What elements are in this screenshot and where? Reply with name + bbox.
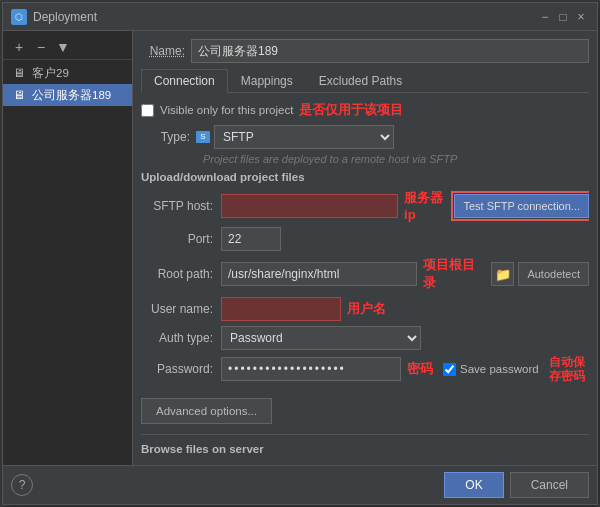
sidebar-item-client29[interactable]: 🖥 客户29 [3, 62, 132, 84]
root-path-row: Root path: 项目根目录 📁 Autodetect [141, 256, 589, 292]
root-path-label: Root path: [141, 267, 221, 281]
type-select[interactable]: SFTP FTP FTPS [214, 125, 394, 149]
cancel-button[interactable]: Cancel [510, 472, 589, 498]
tabs: Connection Mappings Excluded Paths [141, 69, 589, 93]
port-input[interactable] [221, 227, 281, 251]
remove-server-button[interactable]: − [31, 37, 51, 57]
browse-section-title: Browse files on server [141, 443, 589, 455]
sidebar-item-label: 客户29 [32, 66, 69, 81]
password-row: Password: 密码 Save password 自动保存密码 [141, 355, 589, 384]
form-area: Visible only for this project 是否仅用于该项目 T… [141, 101, 589, 457]
password-label: Password: [141, 362, 221, 376]
sftp-host-label: SFTP host: [141, 199, 221, 213]
visible-only-annotation: 是否仅用于该项目 [299, 101, 403, 119]
close-button[interactable]: × [573, 9, 589, 25]
root-path-input[interactable] [221, 262, 417, 286]
add-server-button[interactable]: + [9, 37, 29, 57]
window-title: Deployment [33, 10, 537, 24]
type-label: Type: [141, 130, 196, 144]
sftp-icon: S [196, 131, 210, 143]
deployment-window: ⬡ Deployment − □ × + − ▼ 🖥 客户29 🖥 公司服务器1… [2, 2, 598, 505]
name-label: Name: [141, 44, 191, 58]
bottom-bar: ? OK Cancel [3, 465, 597, 504]
minimize-button[interactable]: − [537, 9, 553, 25]
tab-connection[interactable]: Connection [141, 69, 228, 93]
port-row: Port: [141, 227, 589, 251]
window-controls: − □ × [537, 9, 589, 25]
main-content: + − ▼ 🖥 客户29 🖥 公司服务器189 Name: Connecti [3, 31, 597, 465]
user-name-row: User name: 用户名 [141, 297, 589, 321]
root-path-annotation: 项目根目录 [423, 256, 487, 292]
tab-mappings[interactable]: Mappings [228, 69, 306, 93]
help-button[interactable]: ? [11, 474, 33, 496]
settings-button[interactable]: ▼ [53, 37, 73, 57]
sftp-host-row: SFTP host: 服务器ip Test SFTP connection... [141, 189, 589, 222]
type-row: Type: S SFTP FTP FTPS [141, 125, 589, 149]
sftp-host-annotation: 服务器ip [404, 189, 448, 222]
browse-folder-button[interactable]: 📁 [491, 262, 515, 286]
autodetect-button[interactable]: Autodetect [518, 262, 589, 286]
browse-section: Browse files on server Web server root U… [141, 434, 589, 457]
port-label: Port: [141, 232, 221, 246]
visible-only-label: Visible only for this project [160, 104, 293, 116]
sidebar-toolbar: + − ▼ [3, 35, 132, 60]
password-annotation: 密码 [407, 360, 433, 378]
advanced-options-button[interactable]: Advanced options... [141, 398, 272, 424]
sftp-host-input[interactable] [221, 194, 398, 218]
auth-type-row: Auth type: Password Key pair OpenSSH con… [141, 326, 589, 350]
upload-section-title: Upload/download project files [141, 171, 589, 183]
visible-only-row: Visible only for this project 是否仅用于该项目 [141, 101, 589, 119]
save-password-checkbox[interactable] [443, 363, 456, 376]
name-input[interactable] [191, 39, 589, 63]
window-icon: ⬡ [11, 9, 27, 25]
visible-only-checkbox[interactable] [141, 104, 154, 117]
user-name-annotation: 用户名 [347, 300, 386, 318]
tab-excluded-paths[interactable]: Excluded Paths [306, 69, 415, 93]
server-icon: 🖥 [11, 65, 27, 81]
sidebar-item-label-selected: 公司服务器189 [32, 88, 111, 103]
save-password-row: Save password [443, 363, 539, 376]
save-password-annotation: 自动保存密码 [549, 355, 585, 384]
title-bar: ⬡ Deployment − □ × [3, 3, 597, 31]
auth-type-select[interactable]: Password Key pair OpenSSH config [221, 326, 421, 350]
user-name-input[interactable] [221, 297, 341, 321]
sidebar: + − ▼ 🖥 客户29 🖥 公司服务器189 [3, 31, 133, 465]
sidebar-item-company189[interactable]: 🖥 公司服务器189 [3, 84, 132, 106]
user-name-label: User name: [141, 302, 221, 316]
test-sftp-button[interactable]: Test SFTP connection... [454, 194, 589, 218]
advanced-options-section: Advanced options... [141, 390, 589, 424]
save-password-label: Save password [460, 363, 539, 375]
right-panel: Name: Connection Mappings Excluded Paths… [133, 31, 597, 465]
server-selected-icon: 🖥 [11, 87, 27, 103]
restore-button[interactable]: □ [555, 9, 571, 25]
sftp-hint: Project files are deployed to a remote h… [203, 153, 589, 165]
name-row: Name: [141, 39, 589, 63]
auth-type-label: Auth type: [141, 331, 221, 345]
password-input[interactable] [221, 357, 401, 381]
ok-button[interactable]: OK [444, 472, 503, 498]
